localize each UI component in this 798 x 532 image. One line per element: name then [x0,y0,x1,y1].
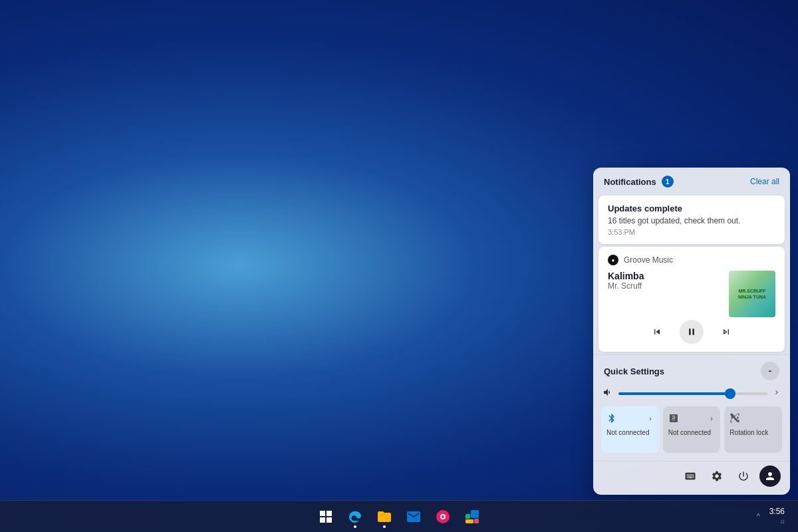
music-album-art: mr.scruffninja tuna [729,271,775,317]
rotation-lock-icon [730,413,740,426]
notifications-title: Notifications [604,177,656,187]
edge-icon-button[interactable] [342,503,368,530]
notification-body: 16 titles got updated, check them out. [608,216,775,225]
music-track-artist: Mr. Scruff [608,281,722,291]
music-controls [608,320,775,344]
music-app-header: ● Groove Music [608,255,775,265]
taskbar: ^ 3:56 ⌂ [0,500,798,532]
rotation-lock-tile[interactable]: Rotation lock [724,406,782,453]
user-avatar-button[interactable] [759,466,781,487]
vpn-icon [668,413,679,426]
bottom-actions-row [593,461,790,495]
tray-chevron-icon[interactable]: ^ [757,513,760,520]
album-art-inner: mr.scruffninja tuna [729,271,775,317]
volume-expand-button[interactable] [773,388,781,398]
quick-settings-section: Quick Settings [593,354,790,495]
groove-music-icon: ● [608,255,618,265]
file-explorer-button[interactable] [371,503,398,530]
system-tray: ^ 3:56 ⌂ [757,500,790,532]
clock-time: 3:56 [769,506,785,517]
settings-button[interactable] [706,466,728,487]
music-info-row: Kalimba Mr. Scruff mr.scruffninja tuna [608,271,775,317]
music-next-button[interactable] [714,320,738,344]
system-clock[interactable]: 3:56 ⌂ [764,503,790,529]
rotation-lock-label: Rotation lock [730,429,768,437]
svg-rect-6 [474,519,479,523]
mail-button[interactable] [400,503,427,530]
vpn-expand-icon[interactable] [708,416,715,424]
volume-icon [602,387,613,400]
edge-active-indicator [354,525,356,528]
music-info-text: Kalimba Mr. Scruff [608,271,722,296]
notification-time: 3:53 PM [608,228,775,236]
clock-date: ⌂ [769,517,785,526]
music-player-card: ● Groove Music Kalimba Mr. Scruff mr.scr… [598,247,785,352]
groove-music-button[interactable] [430,503,456,530]
bluetooth-tile[interactable]: Not connected [601,406,659,453]
bluetooth-expand-icon[interactable] [647,416,654,424]
start-button[interactable] [313,503,339,530]
action-center-panel: Notifications 1 Clear all Updates comple… [593,168,790,495]
volume-row [593,384,790,406]
volume-fill [618,392,730,395]
svg-rect-3 [466,514,470,519]
taskbar-center [313,503,485,530]
keyboard-button[interactable] [680,466,701,487]
desktop: Notifications 1 Clear all Updates comple… [0,0,798,532]
album-art-text: mr.scruffninja tuna [738,288,766,300]
power-button[interactable] [733,466,754,487]
music-play-pause-button[interactable] [680,320,704,344]
vpn-tile[interactable]: Not connected [663,406,721,453]
vpn-tile-icon-row [668,413,716,426]
bluetooth-icon [606,413,617,426]
bluetooth-label: Not connected [606,429,650,437]
photos-button[interactable] [459,503,485,530]
notification-card[interactable]: Updates complete 16 titles got updated, … [598,196,785,244]
notification-title: Updates complete [608,203,775,213]
bluetooth-tile-icon-row [606,413,654,426]
explorer-active-indicator [383,525,386,528]
notifications-header: Notifications 1 Clear all [593,168,790,193]
volume-thumb[interactable] [725,388,735,399]
quick-settings-header: Quick Settings [593,355,790,384]
svg-rect-5 [466,519,473,523]
quick-tiles-row: Not connected [593,406,790,461]
music-app-name: Groove Music [624,255,673,265]
music-track-title: Kalimba [608,271,722,281]
volume-slider[interactable] [618,392,767,395]
vpn-label: Not connected [668,429,712,437]
clear-all-button[interactable]: Clear all [750,177,779,186]
music-prev-button[interactable] [645,320,669,344]
volume-track [618,392,767,395]
notifications-badge: 1 [662,176,674,188]
quick-settings-title: Quick Settings [604,366,761,376]
svg-rect-4 [471,510,479,518]
quick-settings-collapse-button[interactable] [761,362,779,380]
rotation-tile-icon-row [730,413,777,426]
svg-point-2 [442,515,444,518]
